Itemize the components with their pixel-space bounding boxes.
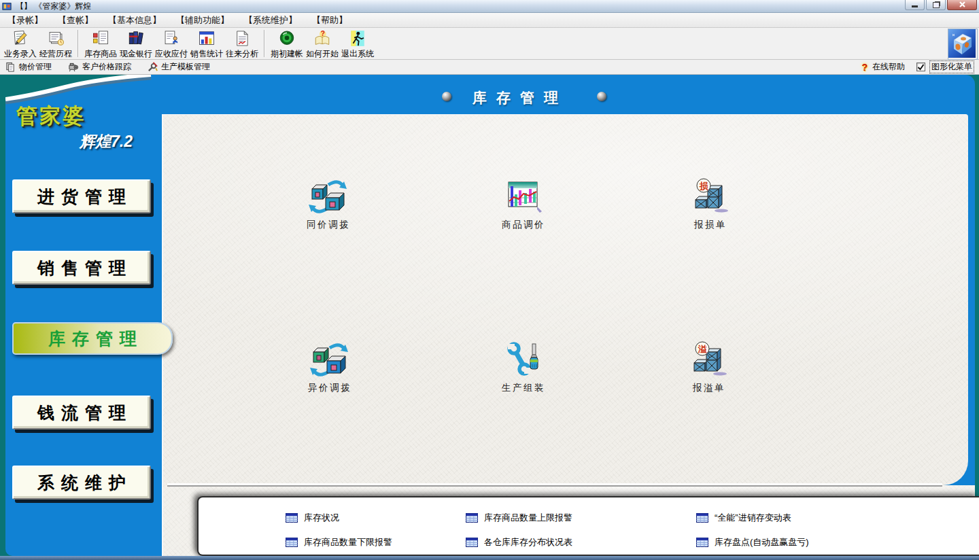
graphical-menu-checkbox[interactable] xyxy=(916,63,925,71)
toolbar-button-inventory-goods[interactable]: 库存商品 xyxy=(83,29,118,60)
toolbar2-label: 物价管理 xyxy=(19,61,52,73)
report-link-stocktaking[interactable]: 库存盘点(自动盘赢盘亏) xyxy=(696,536,809,548)
table-icon xyxy=(286,513,298,523)
report-link-label: “全能”进销存变动表 xyxy=(715,512,791,524)
close-icon xyxy=(959,1,966,8)
toolbar-button-cash-bank[interactable]: 现金银行 xyxy=(118,29,154,60)
restore-icon xyxy=(933,2,940,8)
minimize-icon xyxy=(912,5,918,7)
window-title: 【】 《管家婆》辉煌 xyxy=(16,1,91,12)
reports-panel: 库存状况 库存商品数量上限报警 “全能”进销存变动表 库存商品数量下限报警 各仓… xyxy=(197,496,979,556)
cash-bank-icon xyxy=(127,29,145,48)
online-help-label: 在线帮助 xyxy=(872,61,905,73)
menu-item-label: 报损单 xyxy=(659,219,761,231)
table-icon xyxy=(466,513,478,523)
secondary-toolbar: 物价管理 客户价格跟踪 生产模板管理 ? 在线帮助 图形化菜单 xyxy=(0,60,979,75)
restore-button[interactable] xyxy=(926,0,946,10)
same-price-transfer-icon xyxy=(277,177,379,216)
sidebar-item-system[interactable]: 系统维护 xyxy=(12,466,151,500)
sidebar-item-purchase[interactable]: 进货管理 xyxy=(12,179,151,213)
app-icon xyxy=(2,1,12,11)
sidebar-item-inventory[interactable]: 库存管理 xyxy=(12,322,173,355)
toolbar-separator xyxy=(78,30,79,57)
menu-bar: 【录帐】 【查帐】 【基本信息】 【辅助功能】 【系统维护】 【帮助】 xyxy=(0,13,979,28)
menu-item-query[interactable]: 【查帐】 xyxy=(50,14,101,27)
diff-price-transfer-icon xyxy=(279,340,381,379)
toolbar-label: 退出系统 xyxy=(341,48,374,60)
toolbar-button-how-to-start[interactable]: ? 如何开始 xyxy=(305,29,340,60)
toolbar2-label: 生产模板管理 xyxy=(161,61,210,73)
surplus-report-icon: 溢 xyxy=(658,340,760,379)
menu-item-label: 异价调拨 xyxy=(279,382,381,394)
menu-item-surplus-report[interactable]: 溢 报溢单 xyxy=(658,340,760,394)
menu-item-help[interactable]: 【帮助】 xyxy=(305,14,355,27)
close-button[interactable] xyxy=(947,0,977,10)
toolbar-label: 往来分析 xyxy=(226,48,258,60)
toolbar-button-price-management[interactable]: 物价管理 xyxy=(5,61,52,73)
production-assembly-icon xyxy=(473,340,574,379)
toolbar-button-transaction-analysis[interactable]: 往来分析 xyxy=(224,29,260,60)
menu-item-basic-info[interactable]: 【基本信息】 xyxy=(101,14,169,27)
transaction-analysis-icon xyxy=(233,29,251,48)
toolbar-button-receivable-payable[interactable]: 应收应付 xyxy=(154,29,189,60)
toolbar-button-production-template[interactable]: 生产模板管理 xyxy=(148,61,210,73)
menu-item-system-maintenance[interactable]: 【系统维护】 xyxy=(237,14,305,27)
sidebar-item-cashflow[interactable]: 钱流管理 xyxy=(12,396,151,430)
main-toolbar: 业务录入 经营历程 库存商品 现金银行 应收应付 xyxy=(0,28,979,60)
toolbar-button-customer-price-tracking[interactable]: 客户价格跟踪 xyxy=(68,61,131,73)
loss-report-icon: 损 xyxy=(659,177,761,216)
menu-item-same-price-transfer[interactable]: 同价调拨 xyxy=(277,177,379,231)
loss-badge: 损 xyxy=(699,181,709,191)
exit-system-icon xyxy=(349,29,366,48)
surplus-badge: 溢 xyxy=(698,344,708,354)
toolbar-button-exit-system[interactable]: 退出系统 xyxy=(340,29,375,60)
receivable-payable-icon xyxy=(162,29,180,48)
logo-brand-text: 管家婆 xyxy=(16,102,156,130)
app-logo: 管家婆 辉煌7.2 xyxy=(16,102,156,152)
title-bar: 【】 《管家婆》辉煌 xyxy=(0,0,979,13)
page-title: 库存管理 xyxy=(384,88,656,107)
toolbar-button-initial-account[interactable]: 期初建帐 xyxy=(269,29,305,60)
menu-item-aux-functions[interactable]: 【辅助功能】 xyxy=(169,14,237,27)
report-link-omnipotent-change-table[interactable]: “全能”进销存变动表 xyxy=(696,512,791,524)
toolbar-label: 业务录入 xyxy=(4,48,37,60)
how-to-start-icon: ? xyxy=(313,29,331,48)
business-entry-icon xyxy=(12,29,29,48)
toolbar2-label: 客户价格跟踪 xyxy=(82,61,131,73)
report-link-upper-limit-alert[interactable]: 库存商品数量上限报警 xyxy=(466,512,572,524)
sphere-icon xyxy=(597,92,606,101)
goods-price-adjust-icon xyxy=(473,177,574,216)
check-icon xyxy=(917,64,925,71)
toolbar-button-business-entry[interactable]: 业务录入 xyxy=(3,29,38,60)
sidebar-item-sales[interactable]: 销售管理 xyxy=(12,251,151,285)
menu-item-goods-price-adjust[interactable]: 商品调价 xyxy=(473,177,574,231)
graphical-menu-label[interactable]: 图形化菜单 xyxy=(930,61,974,73)
menu-item-diff-price-transfer[interactable]: 异价调拨 xyxy=(279,340,381,394)
window-bottom-border xyxy=(0,556,979,560)
minimize-button[interactable] xyxy=(905,0,925,10)
report-link-label: 库存状况 xyxy=(304,512,339,524)
report-link-label: 库存盘点(自动盘赢盘亏) xyxy=(715,536,809,548)
menu-item-label: 生产组装 xyxy=(473,382,574,394)
operation-history-icon xyxy=(47,29,65,48)
menu-item-production-assembly[interactable]: 生产组装 xyxy=(473,340,574,394)
report-link-label: 各仓库库存分布状况表 xyxy=(484,536,572,548)
toolbar-button-sales-statistics[interactable]: 销售统计 xyxy=(189,29,224,60)
inventory-goods-icon xyxy=(92,29,109,48)
toolbar-label: 应收应付 xyxy=(155,48,188,60)
menu-item-record[interactable]: 【录帐】 xyxy=(0,14,50,27)
application-window: 【】 《管家婆》辉煌 【录帐】 【查帐】 【基本信息】 【辅助功能】 【系统维护… xyxy=(0,0,979,560)
toolbar-separator xyxy=(264,30,265,57)
main-panel xyxy=(162,114,968,485)
toolbar-label: 库存商品 xyxy=(84,48,117,60)
brand-cube-logo xyxy=(948,29,978,60)
report-link-inventory-status[interactable]: 库存状况 xyxy=(286,512,339,524)
report-link-warehouse-distribution[interactable]: 各仓库库存分布状况表 xyxy=(466,536,572,548)
menu-item-label: 报溢单 xyxy=(658,382,760,394)
help-question-icon: ? xyxy=(860,62,869,73)
report-link-lower-limit-alert[interactable]: 库存商品数量下限报警 xyxy=(286,536,392,548)
customer-price-tracking-icon xyxy=(68,62,79,72)
online-help-button[interactable]: ? 在线帮助 xyxy=(860,61,905,73)
toolbar-button-operation-history[interactable]: 经营历程 xyxy=(38,29,73,60)
menu-item-loss-report[interactable]: 损 报损单 xyxy=(659,177,761,231)
